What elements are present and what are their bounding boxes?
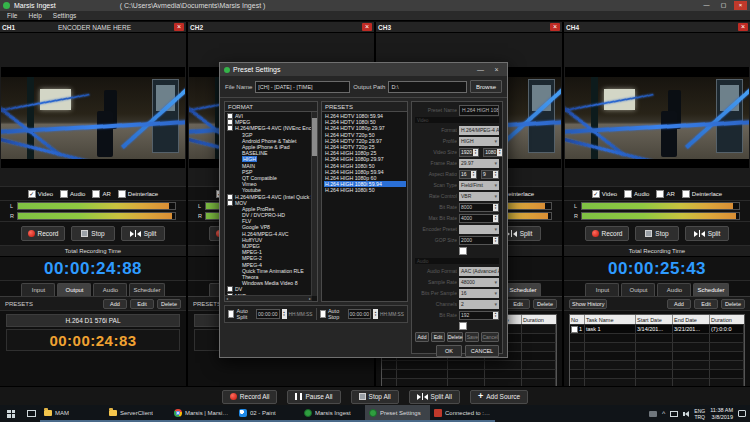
- checkbox-deinterlace[interactable]: Deinterlace: [118, 190, 158, 198]
- taskbar-app-02-paint[interactable]: 02 - Paint: [235, 405, 300, 422]
- detail-spinner[interactable]: 4000▴▾: [459, 214, 499, 223]
- add-preset-button[interactable]: Add: [415, 332, 429, 342]
- checkbox-video[interactable]: ✓Video: [28, 190, 53, 198]
- spin-arrows[interactable]: ▴▾: [493, 171, 498, 178]
- spin-arrows[interactable]: ▴▾: [497, 149, 502, 156]
- detail-spinner[interactable]: 9▴▾: [481, 170, 499, 179]
- tab-scheduler[interactable]: Scheduler: [129, 283, 164, 296]
- preset-list-item[interactable]: H.264 HIGH 1080i 50: [324, 187, 406, 193]
- detail-spinner[interactable]: 1080▴▾: [483, 148, 503, 157]
- minimize-button[interactable]: —: [700, 1, 713, 10]
- close-button[interactable]: ×: [734, 1, 747, 10]
- maximize-button[interactable]: ▢: [717, 1, 730, 10]
- tab-input[interactable]: Input: [21, 283, 55, 296]
- add-button[interactable]: Add: [667, 299, 691, 309]
- detail-spinner[interactable]: 16▴▾: [459, 170, 477, 179]
- detail-dropdown[interactable]: Field/First▾: [459, 181, 499, 190]
- edit-button[interactable]: Edit: [130, 299, 154, 309]
- checkbox-audio[interactable]: Audio: [624, 190, 649, 198]
- auto-stop-checkbox[interactable]: [320, 310, 326, 318]
- close-channel-icon[interactable]: ×: [550, 23, 560, 31]
- spin-arrows[interactable]: ▴▾: [473, 149, 478, 156]
- spin-down-icon[interactable]: ▾: [495, 218, 497, 221]
- detail-checkbox[interactable]: [459, 247, 467, 255]
- stop-button[interactable]: Stop: [71, 226, 115, 241]
- network-icon[interactable]: [670, 411, 678, 417]
- checkbox-box[interactable]: ✓: [592, 190, 600, 198]
- close-channel-icon[interactable]: ×: [738, 23, 748, 31]
- taskbar-app-preset-settings[interactable]: Preset Settings: [365, 405, 430, 422]
- detail-dropdown[interactable]: 16▾: [459, 289, 499, 298]
- notification-center-icon[interactable]: [738, 410, 746, 417]
- tray-app-icon[interactable]: [649, 411, 657, 417]
- detail-checkbox[interactable]: [459, 322, 467, 330]
- spin-down-icon[interactable]: ▾: [475, 152, 477, 155]
- detail-dropdown[interactable]: VBR▾: [459, 192, 499, 201]
- checkbox-ar[interactable]: AR: [92, 190, 110, 198]
- spin-down-icon[interactable]: ▾: [495, 315, 497, 318]
- format-scrollbar-horizontal[interactable]: ◂▸: [225, 295, 312, 301]
- detail-dropdown[interactable]: AAC (Advanced Au▾: [459, 267, 499, 276]
- auto-split-checkbox[interactable]: [228, 310, 234, 318]
- browse-button[interactable]: Browse: [470, 80, 502, 93]
- checkbox-audio[interactable]: Audio: [60, 190, 85, 198]
- tree-expand-icon[interactable]: [227, 200, 233, 206]
- edit-preset-button[interactable]: Edit: [431, 332, 445, 342]
- spin-arrows[interactable]: ▴▾: [493, 312, 498, 319]
- taskbar-app-marsis-ingest[interactable]: Marsis Ingest: [300, 405, 365, 422]
- close-channel-icon[interactable]: ×: [174, 23, 184, 31]
- add-button[interactable]: Add: [103, 299, 127, 309]
- spin-arrows[interactable]: ▴▾: [471, 171, 476, 178]
- edit-button[interactable]: Edit: [506, 299, 530, 309]
- detail-dropdown[interactable]: 29.97▾: [459, 159, 499, 168]
- record-all-button[interactable]: Record All: [222, 390, 278, 404]
- auto-split-time-input[interactable]: 00:00:00: [256, 309, 279, 319]
- stop-all-button[interactable]: Stop All: [351, 390, 399, 404]
- detail-dropdown[interactable]: 2▾: [459, 300, 499, 309]
- detail-dropdown[interactable]: 48000▾: [459, 278, 499, 287]
- spin-arrows[interactable]: ▴▾: [493, 204, 498, 211]
- spin-down-icon[interactable]: ▾: [495, 174, 497, 177]
- checkbox-box[interactable]: [656, 190, 664, 198]
- speaker-icon[interactable]: [683, 411, 689, 417]
- detail-spinner[interactable]: 8000▴▾: [459, 203, 499, 212]
- checkbox-box[interactable]: ✓: [28, 190, 36, 198]
- tab-output[interactable]: Output: [621, 283, 655, 296]
- cancel-button[interactable]: CANCEL: [465, 345, 499, 357]
- tab-scheduler[interactable]: Scheduler: [505, 283, 540, 296]
- add-source-button[interactable]: + Add Source: [470, 390, 528, 404]
- checkbox-box[interactable]: [624, 190, 632, 198]
- spin-arrows[interactable]: ▴▾: [493, 237, 498, 244]
- spin-down-icon[interactable]: ▾: [495, 207, 497, 210]
- tray-expand-icon[interactable]: ^: [662, 405, 665, 422]
- scrollbar-thumb[interactable]: [312, 118, 317, 156]
- clock[interactable]: 11:38 AM 3/8/2019: [710, 407, 733, 420]
- tab-audio[interactable]: Audio: [657, 283, 691, 296]
- taskbar-app-marsis-marsis-inge[interactable]: Marsis | Marsis Inge...: [170, 405, 235, 422]
- output-path-input[interactable]: D:\: [388, 81, 467, 93]
- file-name-input[interactable]: [CH] - [DATE] - [TIME]: [255, 81, 350, 93]
- checkbox-ar[interactable]: AR: [656, 190, 674, 198]
- language-indicator[interactable]: ENG TRQ: [694, 408, 705, 420]
- tab-scheduler[interactable]: Scheduler: [693, 283, 728, 296]
- menu-help[interactable]: Help: [28, 12, 41, 19]
- split-all-button[interactable]: Split All: [409, 390, 460, 404]
- tree-expand-icon[interactable]: [227, 125, 233, 131]
- delete-button[interactable]: Delete: [533, 299, 557, 309]
- task-view-button[interactable]: [22, 405, 40, 422]
- delete-button[interactable]: Delete: [157, 299, 181, 309]
- checkbox-deinterlace[interactable]: Deinterlace: [682, 190, 722, 198]
- tab-audio[interactable]: Audio: [93, 283, 127, 296]
- record-button[interactable]: Record: [585, 226, 629, 241]
- record-button[interactable]: Record: [21, 226, 65, 241]
- tree-expand-icon[interactable]: [227, 113, 233, 119]
- show-history-button[interactable]: Show History: [569, 299, 607, 309]
- spin-down-icon[interactable]: ▾: [495, 240, 497, 243]
- spin-down-icon[interactable]: ▾: [473, 174, 475, 177]
- detail-dropdown[interactable]: ▾: [459, 225, 499, 234]
- split-button[interactable]: Split: [685, 226, 729, 241]
- tab-output[interactable]: Output: [57, 283, 91, 296]
- checkbox-box[interactable]: [92, 190, 100, 198]
- delete-button[interactable]: Delete: [721, 299, 745, 309]
- pause-all-button[interactable]: Pause All: [287, 390, 340, 404]
